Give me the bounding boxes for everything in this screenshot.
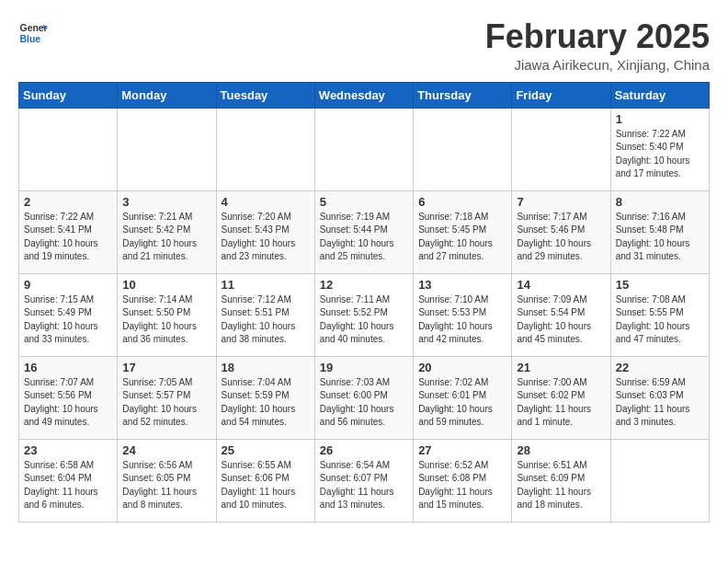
calendar-cell	[19, 108, 118, 190]
weekday-header-wednesday: Wednesday	[314, 82, 413, 108]
day-number: 11	[222, 278, 310, 292]
calendar-cell: 27Sunrise: 6:52 AM Sunset: 6:08 PM Dayli…	[414, 439, 512, 522]
calendar-cell	[512, 108, 610, 190]
day-info: Sunrise: 6:58 AM Sunset: 6:04 PM Dayligh…	[24, 459, 112, 512]
day-info: Sunrise: 7:07 AM Sunset: 5:56 PM Dayligh…	[24, 376, 112, 430]
logo-icon: General Blue	[18, 18, 48, 48]
calendar-cell: 28Sunrise: 6:51 AM Sunset: 6:09 PM Dayli…	[512, 439, 610, 522]
calendar-cell: 14Sunrise: 7:09 AM Sunset: 5:54 PM Dayli…	[512, 273, 610, 356]
day-info: Sunrise: 7:10 AM Sunset: 5:53 PM Dayligh…	[418, 293, 506, 347]
week-row-1: 1Sunrise: 7:22 AM Sunset: 5:40 PM Daylig…	[19, 108, 710, 190]
calendar-table: SundayMondayTuesdayWednesdayThursdayFrid…	[18, 82, 710, 523]
day-info: Sunrise: 6:54 AM Sunset: 6:07 PM Dayligh…	[320, 459, 408, 512]
day-number: 3	[122, 195, 210, 209]
day-info: Sunrise: 7:05 AM Sunset: 5:57 PM Dayligh…	[122, 376, 210, 430]
calendar-cell	[216, 108, 314, 190]
day-number: 26	[320, 443, 408, 457]
calendar-cell: 20Sunrise: 7:02 AM Sunset: 6:01 PM Dayli…	[414, 356, 512, 439]
day-info: Sunrise: 7:22 AM Sunset: 5:40 PM Dayligh…	[616, 128, 704, 181]
day-number: 9	[24, 278, 112, 292]
day-number: 5	[320, 195, 408, 209]
day-info: Sunrise: 7:22 AM Sunset: 5:41 PM Dayligh…	[24, 211, 112, 264]
calendar-cell: 13Sunrise: 7:10 AM Sunset: 5:53 PM Dayli…	[414, 273, 512, 356]
weekday-header-saturday: Saturday	[610, 82, 709, 108]
day-info: Sunrise: 6:55 AM Sunset: 6:06 PM Dayligh…	[222, 459, 310, 512]
weekday-header-thursday: Thursday	[414, 82, 512, 108]
day-info: Sunrise: 7:14 AM Sunset: 5:50 PM Dayligh…	[122, 293, 210, 347]
day-number: 6	[418, 195, 506, 209]
calendar-cell: 16Sunrise: 7:07 AM Sunset: 5:56 PM Dayli…	[19, 356, 118, 439]
week-row-5: 23Sunrise: 6:58 AM Sunset: 6:04 PM Dayli…	[19, 439, 710, 522]
day-number: 4	[222, 195, 310, 209]
calendar-cell: 23Sunrise: 6:58 AM Sunset: 6:04 PM Dayli…	[19, 439, 118, 522]
day-number: 24	[122, 443, 210, 457]
day-info: Sunrise: 7:17 AM Sunset: 5:46 PM Dayligh…	[517, 211, 605, 264]
calendar-cell	[118, 108, 216, 190]
logo: General Blue	[18, 18, 48, 48]
day-number: 28	[517, 443, 605, 457]
calendar-cell: 12Sunrise: 7:11 AM Sunset: 5:52 PM Dayli…	[314, 273, 413, 356]
calendar-cell: 15Sunrise: 7:08 AM Sunset: 5:55 PM Dayli…	[610, 273, 709, 356]
day-info: Sunrise: 7:08 AM Sunset: 5:55 PM Dayligh…	[616, 293, 704, 347]
day-number: 16	[24, 361, 112, 374]
day-number: 8	[616, 195, 704, 209]
day-number: 17	[122, 361, 210, 374]
day-number: 7	[517, 195, 605, 209]
day-info: Sunrise: 6:51 AM Sunset: 6:09 PM Dayligh…	[517, 459, 605, 512]
calendar-cell: 4Sunrise: 7:20 AM Sunset: 5:43 PM Daylig…	[216, 190, 314, 273]
week-row-2: 2Sunrise: 7:22 AM Sunset: 5:41 PM Daylig…	[19, 190, 710, 273]
day-number: 1	[616, 112, 704, 126]
day-number: 13	[418, 278, 506, 292]
title-block: February 2025 Jiawa Airikecun, Xinjiang,…	[485, 18, 710, 73]
calendar-cell	[414, 108, 512, 190]
weekday-header-row: SundayMondayTuesdayWednesdayThursdayFrid…	[19, 82, 710, 108]
calendar-cell: 2Sunrise: 7:22 AM Sunset: 5:41 PM Daylig…	[19, 190, 118, 273]
day-number: 15	[616, 278, 704, 292]
day-number: 14	[517, 278, 605, 292]
day-info: Sunrise: 7:12 AM Sunset: 5:51 PM Dayligh…	[222, 293, 310, 347]
day-info: Sunrise: 7:03 AM Sunset: 6:00 PM Dayligh…	[320, 376, 408, 430]
calendar-cell: 26Sunrise: 6:54 AM Sunset: 6:07 PM Dayli…	[314, 439, 413, 522]
calendar-cell: 6Sunrise: 7:18 AM Sunset: 5:45 PM Daylig…	[414, 190, 512, 273]
day-info: Sunrise: 7:19 AM Sunset: 5:44 PM Dayligh…	[320, 211, 408, 264]
calendar-subtitle: Jiawa Airikecun, Xinjiang, China	[485, 57, 710, 73]
day-info: Sunrise: 6:59 AM Sunset: 6:03 PM Dayligh…	[616, 376, 704, 430]
day-info: Sunrise: 7:16 AM Sunset: 5:48 PM Dayligh…	[616, 211, 704, 264]
day-info: Sunrise: 7:02 AM Sunset: 6:01 PM Dayligh…	[418, 376, 506, 430]
calendar-cell: 3Sunrise: 7:21 AM Sunset: 5:42 PM Daylig…	[118, 190, 216, 273]
day-info: Sunrise: 7:09 AM Sunset: 5:54 PM Dayligh…	[517, 293, 605, 347]
svg-text:Blue: Blue	[20, 34, 41, 44]
day-info: Sunrise: 7:00 AM Sunset: 6:02 PM Dayligh…	[517, 376, 605, 430]
day-number: 25	[222, 443, 310, 457]
calendar-cell: 25Sunrise: 6:55 AM Sunset: 6:06 PM Dayli…	[216, 439, 314, 522]
day-number: 22	[616, 361, 704, 374]
calendar-cell	[610, 439, 709, 522]
day-info: Sunrise: 7:15 AM Sunset: 5:49 PM Dayligh…	[24, 293, 112, 347]
day-info: Sunrise: 7:20 AM Sunset: 5:43 PM Dayligh…	[222, 211, 310, 264]
day-info: Sunrise: 7:18 AM Sunset: 5:45 PM Dayligh…	[418, 211, 506, 264]
calendar-cell: 21Sunrise: 7:00 AM Sunset: 6:02 PM Dayli…	[512, 356, 610, 439]
day-info: Sunrise: 7:04 AM Sunset: 5:59 PM Dayligh…	[222, 376, 310, 430]
calendar-cell	[314, 108, 413, 190]
weekday-header-friday: Friday	[512, 82, 610, 108]
day-info: Sunrise: 7:11 AM Sunset: 5:52 PM Dayligh…	[320, 293, 408, 347]
calendar-cell: 7Sunrise: 7:17 AM Sunset: 5:46 PM Daylig…	[512, 190, 610, 273]
calendar-cell: 22Sunrise: 6:59 AM Sunset: 6:03 PM Dayli…	[610, 356, 709, 439]
calendar-cell: 19Sunrise: 7:03 AM Sunset: 6:00 PM Dayli…	[314, 356, 413, 439]
weekday-header-monday: Monday	[118, 82, 216, 108]
day-number: 21	[517, 361, 605, 374]
day-number: 10	[122, 278, 210, 292]
weekday-header-tuesday: Tuesday	[216, 82, 314, 108]
weekday-header-sunday: Sunday	[19, 82, 118, 108]
calendar-cell: 1Sunrise: 7:22 AM Sunset: 5:40 PM Daylig…	[610, 108, 709, 190]
day-number: 2	[24, 195, 112, 209]
calendar-cell: 9Sunrise: 7:15 AM Sunset: 5:49 PM Daylig…	[19, 273, 118, 356]
calendar-cell: 8Sunrise: 7:16 AM Sunset: 5:48 PM Daylig…	[610, 190, 709, 273]
calendar-cell: 24Sunrise: 6:56 AM Sunset: 6:05 PM Dayli…	[118, 439, 216, 522]
calendar-cell: 5Sunrise: 7:19 AM Sunset: 5:44 PM Daylig…	[314, 190, 413, 273]
calendar-cell: 11Sunrise: 7:12 AM Sunset: 5:51 PM Dayli…	[216, 273, 314, 356]
day-info: Sunrise: 7:21 AM Sunset: 5:42 PM Dayligh…	[122, 211, 210, 264]
day-number: 12	[320, 278, 408, 292]
day-number: 27	[418, 443, 506, 457]
calendar-title: February 2025	[485, 18, 710, 55]
